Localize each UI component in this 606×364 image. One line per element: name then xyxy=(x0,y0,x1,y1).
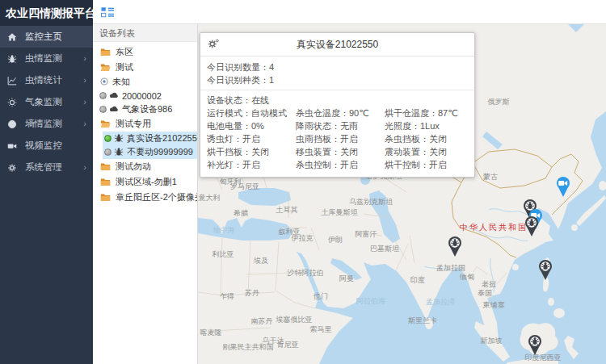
device-popup: 真实设备21022550 今日识别数量：4今日识别种类：1 设备状态：在线 运行… xyxy=(200,32,475,178)
cloud-icon xyxy=(109,90,120,101)
content: 设备列表 东区测试未知20000002气象设备986测试专用真实设备210225… xyxy=(93,24,606,364)
device-status-dot xyxy=(104,149,112,156)
tree-device[interactable]: 20000002 xyxy=(93,89,197,103)
gear-icon xyxy=(6,162,18,174)
tree-device[interactable]: 真实设备21022550 xyxy=(103,132,197,145)
popup-stats: 今日识别数量：4今日识别种类：1 xyxy=(200,56,474,90)
device-param: 虫雨挡板：开启 xyxy=(296,132,385,145)
tree-folder[interactable]: 测试勿动 xyxy=(93,159,197,174)
folder-closed-icon xyxy=(100,178,111,186)
tree-folder[interactable]: 东区 xyxy=(93,44,197,60)
folder-closed-icon xyxy=(100,162,111,171)
app-title: 农业四情测报平台 xyxy=(0,0,93,26)
chevron-right-icon: › xyxy=(83,54,86,63)
folder-label: 测试勿动 xyxy=(116,161,151,173)
tree-folder[interactable]: 测试专用 xyxy=(93,116,197,132)
sidebar: 农业四情测报平台 监控主页虫情监测›虫情统计›气象监测›墒情监测›视频监控系统管… xyxy=(0,0,93,364)
bug-icon xyxy=(114,147,124,157)
device-label: 不要动99999999 xyxy=(127,146,193,158)
sidebar-item-label: 虫情监测 xyxy=(25,52,83,65)
device-list-header: 设备列表 xyxy=(93,24,197,42)
folder-label: 章丘阳丘区-2个摄像头 xyxy=(116,191,197,203)
sidebar-item-insect-monitoring[interactable]: 虫情监测› xyxy=(0,48,93,69)
device-param: 杀虫挡板：关闭 xyxy=(385,132,468,145)
device-param: 杀虫控制：开启 xyxy=(296,158,385,171)
sidebar-item-label: 系统管理 xyxy=(25,161,83,174)
folder-label: 测试 xyxy=(116,61,133,73)
insect-device-marker[interactable] xyxy=(526,333,544,356)
chevron-right-icon: › xyxy=(83,163,86,172)
device-param: 烘干控制：开启 xyxy=(385,158,468,171)
device-param: 震动装置：关闭 xyxy=(385,145,468,158)
device-status-dot xyxy=(99,106,107,113)
chevron-right-icon: › xyxy=(83,76,86,85)
device-param: 补光灯：开启 xyxy=(207,158,296,171)
tree-folder[interactable]: 测试 xyxy=(93,60,197,75)
home-icon xyxy=(6,31,18,43)
sidebar-item-label: 气象监测 xyxy=(25,96,83,108)
device-param: 光照度：1Lux xyxy=(385,119,468,132)
camera-marker[interactable] xyxy=(554,175,572,198)
device-param: 电池电量：0% xyxy=(207,119,296,132)
map-canvas[interactable]: 俄罗斯蒙古中华人民共和国捷克乌克兰匈牙利罗马尼亚意大利希腊土耳其哈萨克斯坦乌兹别… xyxy=(198,24,606,364)
insect-device-marker[interactable] xyxy=(523,215,541,237)
chevron-right-icon: › xyxy=(83,98,86,107)
tree-device[interactable]: 不要动99999999 xyxy=(103,145,197,159)
device-param: 杀虫仓温度：90℃ xyxy=(296,107,385,119)
tree-view-icon[interactable] xyxy=(101,6,114,18)
popup-header: 真实设备21022550 xyxy=(200,33,474,56)
sun-icon xyxy=(6,97,18,108)
sidebar-menu: 监控主页虫情监测›虫情统计›气象监测›墒情监测›视频监控系统管理› xyxy=(0,26,93,178)
device-status-dot xyxy=(104,135,112,142)
device-status-dot xyxy=(99,92,107,99)
sidebar-item-label: 虫情统计 xyxy=(25,74,83,86)
chevron-right-icon: › xyxy=(83,119,86,128)
sidebar-item-weather-monitoring[interactable]: 气象监测› xyxy=(0,91,93,113)
topbar xyxy=(93,0,606,24)
target-icon xyxy=(99,77,110,87)
folder-closed-icon xyxy=(100,193,111,202)
device-status-row: 设备状态：在线 xyxy=(200,90,474,107)
device-label: 气象设备986 xyxy=(122,103,172,115)
tree-folder[interactable]: 测试区域-勿删1 xyxy=(93,174,197,190)
insect-device-marker[interactable] xyxy=(537,258,554,281)
app-window: 农业四情测报平台 监控主页虫情监测›虫情统计›气象监测›墒情监测›视频监控系统管… xyxy=(0,0,606,364)
video-camera-icon xyxy=(6,140,18,152)
device-label: 20000002 xyxy=(122,91,162,101)
sidebar-item-label: 视频监控 xyxy=(25,140,86,152)
folder-label: 测试专用 xyxy=(116,118,151,130)
sidebar-item-soil-moisture-monitoring[interactable]: 墒情监测› xyxy=(0,113,93,135)
popup-parameter-grid: 运行模式：自动模式杀虫仓温度：90℃烘干仓温度：87℃电池电量：0%降雨状态：无… xyxy=(200,107,474,177)
folder-open-icon xyxy=(100,63,111,72)
tree-device[interactable]: 气象设备986 xyxy=(93,103,197,116)
device-param: 移虫装置：关闭 xyxy=(296,145,385,158)
tree-device[interactable]: 未知 xyxy=(93,75,197,89)
tree-folder[interactable]: 章丘阳丘区-2个摄像头 xyxy=(93,190,197,205)
folder-open-icon xyxy=(100,119,111,128)
main-area: 设备列表 东区测试未知20000002气象设备986测试专用真实设备210225… xyxy=(93,0,606,364)
device-label: 未知 xyxy=(112,76,130,88)
popup-stat-row: 今日识别数量：4 xyxy=(207,61,468,73)
sidebar-item-home[interactable]: 监控主页 xyxy=(0,26,93,48)
settings-gear-icon[interactable] xyxy=(208,38,220,50)
device-param: 诱虫灯：开启 xyxy=(207,132,296,145)
folder-label: 东区 xyxy=(116,46,133,58)
device-panel: 设备列表 东区测试未知20000002气象设备986测试专用真实设备210225… xyxy=(93,24,198,364)
sidebar-item-system-management[interactable]: 系统管理› xyxy=(0,157,93,178)
device-param: 运行模式：自动模式 xyxy=(207,107,296,119)
device-label: 真实设备21022550 xyxy=(127,132,197,144)
bug-icon xyxy=(6,53,18,65)
chart-icon xyxy=(6,75,18,86)
sidebar-item-video-surveillance[interactable]: 视频监控 xyxy=(0,135,93,157)
device-param: 烘干仓温度：87℃ xyxy=(385,107,468,119)
bug-icon xyxy=(114,133,124,144)
popup-stat-row: 今日识别种类：1 xyxy=(207,73,468,86)
insect-device-marker[interactable] xyxy=(446,235,464,257)
sidebar-item-label: 监控主页 xyxy=(25,31,86,43)
popup-title: 真实设备21022550 xyxy=(200,38,474,52)
cloud-icon xyxy=(109,104,120,115)
sidebar-item-label: 墒情监测 xyxy=(25,118,83,130)
device-param: 降雨状态：无雨 xyxy=(296,119,385,132)
device-param: 烘干挡板：关闭 xyxy=(207,145,296,158)
sidebar-item-insect-statistics[interactable]: 虫情统计› xyxy=(0,69,93,91)
